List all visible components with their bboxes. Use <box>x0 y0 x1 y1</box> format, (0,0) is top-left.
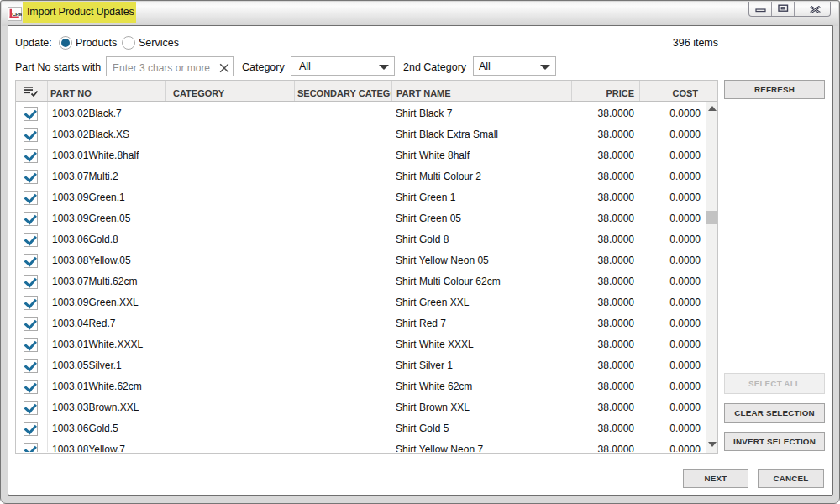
svg-text:CRM: CRM <box>12 11 22 17</box>
